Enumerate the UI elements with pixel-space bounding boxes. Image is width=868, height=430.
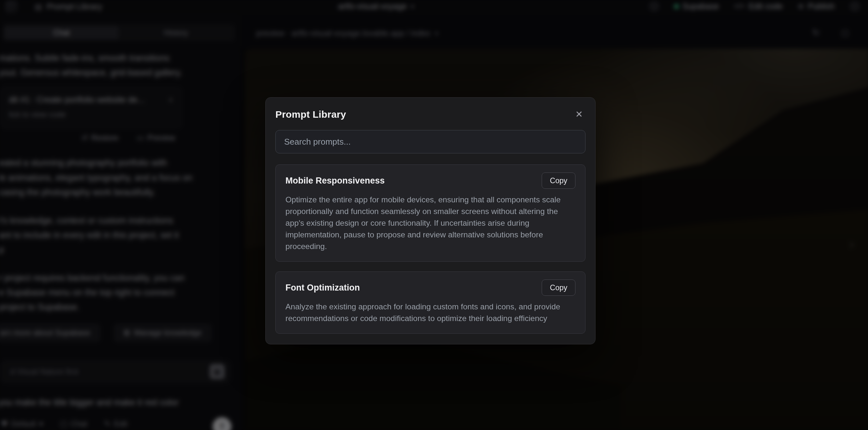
prompt-card: Font Optimization Copy Analyze the exist… xyxy=(275,271,586,334)
prompt-card: Mobile Responsiveness Copy Optimize the … xyxy=(275,164,586,262)
copy-button[interactable]: Copy xyxy=(542,279,576,296)
prompt-title: Font Optimization xyxy=(285,283,360,293)
prompt-title: Mobile Responsiveness xyxy=(285,176,385,186)
prompt-list: Mobile Responsiveness Copy Optimize the … xyxy=(275,164,586,338)
prompt-description: Analyze the existing approach for loadin… xyxy=(285,301,576,324)
app-window: ▤ Prompt Library artfo-visual-voyage ▾ S… xyxy=(0,0,868,430)
copy-button[interactable]: Copy xyxy=(542,173,576,189)
dialog-title: Prompt Library xyxy=(275,109,346,120)
close-icon[interactable]: ✕ xyxy=(573,109,586,120)
prompt-description: Optimize the entire app for mobile devic… xyxy=(285,194,576,252)
prompt-library-dialog: Prompt Library ✕ Mobile Responsiveness C… xyxy=(265,97,595,344)
search-input[interactable] xyxy=(275,130,586,153)
